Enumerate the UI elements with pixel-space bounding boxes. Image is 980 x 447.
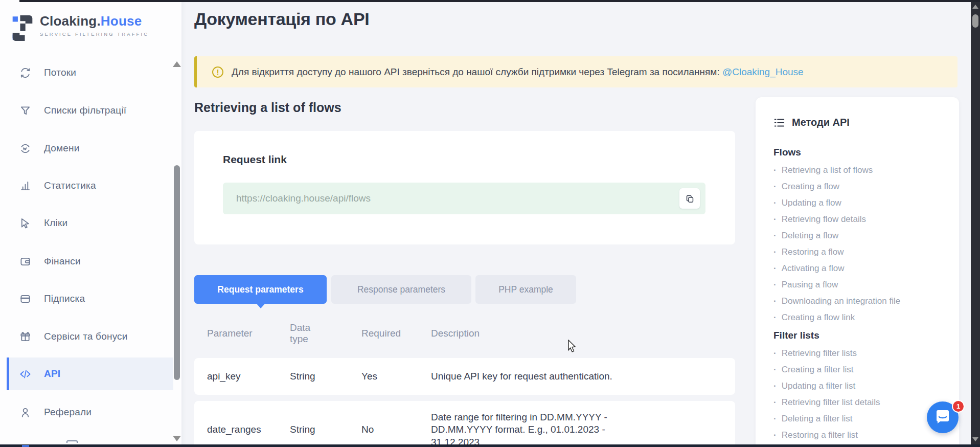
method-link[interactable]: Updating a flow: [773, 195, 944, 211]
sidebar-item-label: Домени: [44, 143, 80, 154]
method-link[interactable]: Restoring a filter list: [773, 427, 944, 443]
active-tab-pointer: [257, 304, 265, 308]
method-link[interactable]: Creating a filter list: [773, 362, 944, 378]
sidebar-item-label: Сервіси та бонуси: [44, 331, 128, 342]
sidebar-item-label: API: [44, 368, 60, 379]
telegram-link[interactable]: @Cloaking_House: [722, 66, 804, 77]
cell-parameter: date_ranges: [207, 424, 261, 435]
sidebar-item-subscription[interactable]: Підписка: [0, 282, 181, 315]
bar-chart-icon: [19, 180, 31, 192]
sidebar-item-label: Кліки: [44, 217, 67, 229]
methods-list-filter-lists: Retrieving filter lists Creating a filte…: [773, 345, 944, 443]
method-link[interactable]: Creating a flow link: [773, 309, 944, 326]
section-title: Retrieving a list of flows: [194, 100, 341, 115]
method-link[interactable]: Deleting a flow: [773, 228, 944, 244]
cell-type: String: [290, 371, 331, 382]
method-link[interactable]: Deleting a filter list: [773, 411, 944, 427]
credit-card-icon: [19, 293, 31, 305]
screen-edge-bottom: [0, 444, 980, 447]
table-header: Parameter Data type Required Description: [194, 317, 735, 350]
sidebar-scroll-down-arrow[interactable]: [173, 436, 181, 441]
sidebar-item-finances[interactable]: Фінанси: [0, 245, 181, 278]
sidebar-item-domains[interactable]: Домени: [0, 132, 181, 165]
request-url: https://cloaking.house/api/flows: [236, 193, 371, 204]
chat-bubble-icon: [935, 410, 950, 424]
cursor-icon: [19, 217, 31, 229]
scroll-down-arrow[interactable]: [972, 437, 978, 441]
warning-icon: !: [212, 66, 223, 78]
method-link[interactable]: Activating a flow: [773, 260, 944, 277]
sidebar-item-filter-lists[interactable]: Списки фільтрації: [0, 94, 181, 127]
method-link[interactable]: Updating a filter list: [773, 378, 944, 394]
tab-request-parameters[interactable]: Request parameters: [194, 275, 327, 304]
gift-icon: [19, 331, 31, 343]
column-header-description: Description: [431, 328, 480, 339]
methods-list-flows: Retrieving a list of flows Creating a fl…: [773, 162, 944, 326]
mouse-cursor: [567, 340, 579, 355]
wallet-icon: [19, 256, 31, 267]
cell-description: Date range for filtering in DD.MM.YYYY -…: [431, 411, 656, 447]
sidebar-item-label: Статистика: [44, 180, 96, 191]
person-icon: [19, 407, 31, 418]
cell-required: No: [361, 424, 374, 435]
column-header-parameter: Parameter: [207, 328, 253, 339]
banner-text: Для відкриття доступу до нашого API звер…: [232, 66, 804, 78]
methods-panel-title: Методи API: [773, 117, 944, 128]
method-link[interactable]: Pausing a flow: [773, 277, 944, 293]
screen-edge-top: [19, 0, 980, 2]
sidebar-item-referrals[interactable]: Реферали: [0, 396, 181, 429]
sidebar-item-flows[interactable]: Потоки: [0, 56, 181, 89]
cell-description: Unique API key for request authenticatio…: [431, 370, 656, 383]
sidebar-item-label: Підписка: [44, 293, 85, 304]
table-row: date_ranges String No Date range for fil…: [194, 401, 735, 447]
sidebar-item-services[interactable]: Сервіси та бонуси: [0, 320, 181, 353]
copy-icon: [686, 194, 694, 203]
sidebar-nav: Потоки Списки фільтрації Домени Статисти…: [0, 0, 181, 447]
request-link-title: Request link: [223, 153, 287, 166]
list-icon: [773, 117, 785, 128]
method-link[interactable]: Retrieving filter list details: [773, 394, 944, 411]
method-link[interactable]: Retrieving filter lists: [773, 345, 944, 362]
code-icon: [19, 368, 31, 380]
info-banner: ! Для відкриття доступу до нашого API зв…: [194, 56, 958, 87]
request-url-field[interactable]: https://cloaking.house/api/flows: [223, 183, 705, 214]
method-link[interactable]: Retrieving a list of flows: [773, 162, 944, 178]
sidebar-item-label: Фінанси: [44, 256, 81, 267]
sidebar-item-label: Списки фільтрації: [44, 105, 126, 116]
methods-section-flows: Flows: [773, 147, 944, 158]
column-header-required: Required: [361, 328, 401, 339]
cutoff-nav-icon: [66, 440, 78, 443]
methods-section-filter-lists: Filter lists: [773, 330, 944, 341]
sidebar: Cloaking.House SERVICE FILTERING TRAFFIC…: [0, 0, 181, 447]
method-link[interactable]: Restoring a flow: [773, 244, 944, 260]
cell-parameter: api_key: [207, 371, 241, 382]
method-link[interactable]: Creating a flow: [773, 178, 944, 195]
notification-badge: 1: [952, 400, 965, 413]
api-methods-panel: Методи API Flows Retrieving a list of fl…: [756, 97, 959, 447]
copy-button[interactable]: [679, 188, 700, 209]
request-link-card: Request link https://cloaking.house/api/…: [194, 131, 735, 244]
sidebar-item-label: Реферали: [44, 407, 92, 418]
tab-response-parameters[interactable]: Response parameters: [331, 275, 471, 304]
page-title: Документація по API: [194, 9, 369, 29]
method-link[interactable]: Downloading an integration file: [773, 293, 944, 309]
sidebar-scrollbar-thumb[interactable]: [174, 165, 180, 380]
globe-icon: [19, 143, 31, 154]
scroll-up-arrow[interactable]: [972, 5, 978, 9]
table-row: api_key String Yes Unique API key for re…: [194, 358, 735, 395]
sidebar-item-clicks[interactable]: Кліки: [0, 207, 181, 239]
sidebar-item-api[interactable]: API: [7, 357, 173, 390]
funnel-icon: [19, 105, 31, 117]
page-scrollbar-thumb[interactable]: [972, 14, 978, 28]
page-scrollbar[interactable]: [971, 2, 980, 444]
column-header-data-type: Data type: [290, 322, 331, 345]
sidebar-item-statistics[interactable]: Статистика: [0, 169, 181, 202]
taskbar-fragment: [22, 445, 29, 447]
cell-type: String: [290, 424, 331, 435]
tab-php-example[interactable]: PHP example: [475, 275, 576, 304]
method-link[interactable]: Retrieving flow details: [773, 211, 944, 228]
sync-icon: [19, 67, 31, 79]
sidebar-scroll-up-arrow[interactable]: [173, 61, 181, 67]
cell-required: Yes: [361, 371, 377, 382]
sidebar-item-label: Потоки: [44, 67, 76, 78]
